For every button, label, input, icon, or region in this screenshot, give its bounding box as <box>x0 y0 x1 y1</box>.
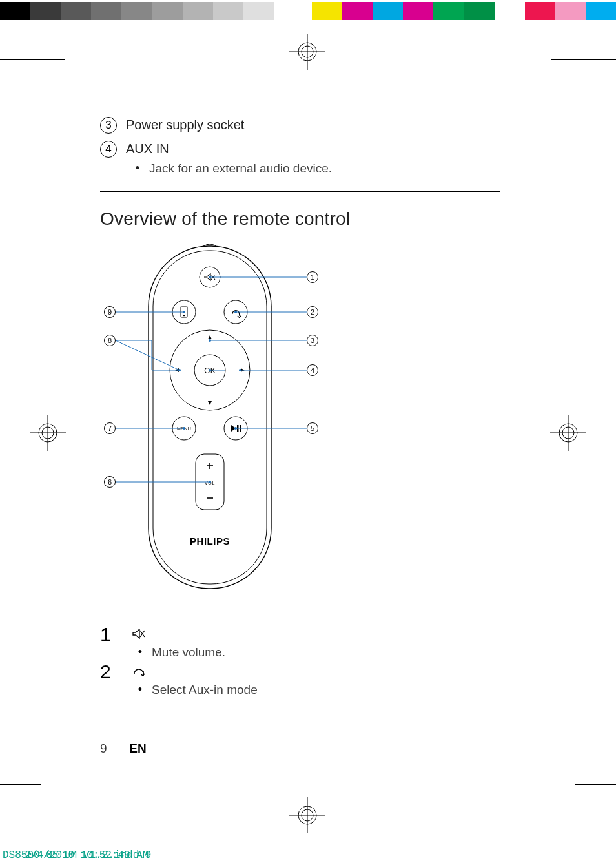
svg-point-60 <box>234 427 237 430</box>
swatch <box>0 2 30 20</box>
registration-mark-icon <box>289 34 325 70</box>
crop-mark <box>528 831 528 848</box>
crop-mark <box>0 808 65 808</box>
swatch <box>403 2 433 20</box>
swatch <box>495 2 525 20</box>
section-heading: Overview of the remote control <box>100 209 500 229</box>
page-number: 9 <box>100 742 126 756</box>
crop-mark <box>551 808 616 808</box>
section-divider <box>100 191 500 192</box>
registration-mark-icon <box>289 797 325 833</box>
legend-item: 2 • Select Aux-in mode <box>100 662 500 697</box>
callout-number: 3 <box>100 117 117 134</box>
manual-page: 3 Power supply socket 4 AUX IN • Jack fo… <box>100 116 500 700</box>
printer-color-bar <box>0 2 616 20</box>
swatch <box>586 2 616 20</box>
callout-number: 8 <box>104 335 116 346</box>
aux-icon <box>132 666 145 679</box>
svg-rect-17 <box>153 251 267 584</box>
callout-number: 4 <box>307 364 318 376</box>
swatch <box>183 2 213 20</box>
swatch <box>555 2 586 20</box>
svg-point-59 <box>209 369 211 371</box>
crop-mark <box>65 808 65 848</box>
swatch <box>312 2 342 20</box>
swatch <box>243 2 274 20</box>
swatch <box>274 2 304 20</box>
svg-point-62 <box>178 369 181 371</box>
legend-description: Select Aux-in mode <box>152 683 500 697</box>
svg-text:PHILIPS: PHILIPS <box>190 536 230 547</box>
crop-mark <box>551 20 551 60</box>
crop-mark <box>575 784 616 785</box>
callout-number: 5 <box>307 422 318 434</box>
swatch <box>152 2 182 20</box>
swatch <box>525 2 555 20</box>
svg-rect-23 <box>183 315 185 316</box>
callout-number: 4 <box>100 141 117 158</box>
crop-mark <box>551 59 616 60</box>
crop-mark <box>0 83 41 83</box>
bullet-icon: • <box>128 645 152 660</box>
svg-point-61 <box>183 311 185 313</box>
swatch <box>61 2 91 20</box>
crop-mark <box>575 83 616 83</box>
swatch <box>91 2 121 20</box>
swatch <box>342 2 373 20</box>
bullet-icon: • <box>128 683 152 697</box>
legend-item: 1 • Mute volume. <box>100 625 500 660</box>
callout-number: 3 <box>307 335 318 346</box>
feature-item: 4 AUX IN • Jack for an external audio de… <box>100 140 500 177</box>
feature-item: 3 Power supply socket <box>100 116 500 134</box>
callout-number: 7 <box>104 422 116 434</box>
page-footer: 9 EN <box>100 742 513 756</box>
legend-number: 1 <box>100 625 126 644</box>
swatch <box>213 2 243 20</box>
swatch <box>373 2 403 20</box>
crop-mark <box>88 20 88 37</box>
legend-description: Mute volume. <box>152 645 500 660</box>
language-code: EN <box>129 742 146 756</box>
callout-number: 1 <box>307 271 318 283</box>
mute-icon <box>132 629 145 641</box>
swatch <box>464 2 494 20</box>
swatch <box>121 2 152 20</box>
crop-mark <box>88 831 88 848</box>
svg-point-56 <box>234 311 237 313</box>
svg-point-63 <box>183 427 185 430</box>
svg-point-57 <box>209 339 211 342</box>
crop-mark <box>0 784 41 785</box>
crop-mark <box>65 20 65 60</box>
crop-mark <box>551 808 551 848</box>
feature-title: Power supply socket <box>126 116 500 134</box>
slug-stamp: 2/4/2010 10:52:49 AM <box>25 849 149 861</box>
feature-description: Jack for an external audio device. <box>149 160 500 177</box>
callout-number: 2 <box>307 306 318 318</box>
bullet-icon: • <box>126 160 149 176</box>
remote-control-diagram: OK MENU VOL PHILIPS <box>113 241 326 609</box>
callout-number: 6 <box>104 476 116 488</box>
swatch <box>433 2 464 20</box>
svg-point-55 <box>209 276 211 278</box>
feature-title: AUX IN <box>126 140 500 158</box>
svg-point-58 <box>239 369 241 371</box>
registration-mark-icon <box>30 415 66 451</box>
swatch <box>30 2 61 20</box>
legend-number: 2 <box>100 662 126 682</box>
crop-mark <box>528 20 528 37</box>
callout-number: 9 <box>104 306 116 318</box>
registration-mark-icon <box>550 415 586 451</box>
svg-point-64 <box>209 481 211 483</box>
slugline: DS8500_05_UM_V1.2.indd 9 2/4/2010 10:52:… <box>3 849 151 861</box>
crop-mark <box>0 59 65 60</box>
